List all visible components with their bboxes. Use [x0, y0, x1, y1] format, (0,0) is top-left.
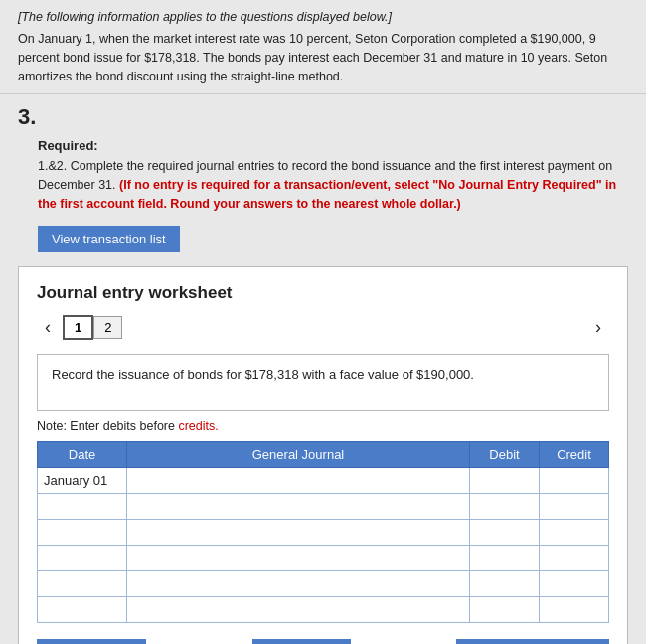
gj-input[interactable] [133, 499, 463, 514]
credit-cell[interactable] [540, 596, 609, 622]
next-arrow[interactable]: › [587, 315, 609, 340]
debit-cell[interactable] [470, 570, 540, 596]
date-input[interactable] [44, 525, 120, 540]
credit-cell[interactable] [540, 570, 609, 596]
gj-input[interactable] [133, 525, 463, 540]
description-box: Record the issuance of bonds for $178,31… [37, 354, 609, 411]
view-general-journal-button[interactable]: View general journal [456, 639, 609, 645]
main-content: 3. Required: 1.&2. Complete the required… [0, 94, 646, 644]
date-input[interactable] [44, 576, 120, 591]
date-cell[interactable] [38, 493, 127, 519]
credit-input[interactable] [546, 576, 602, 591]
credit-input[interactable] [546, 551, 602, 565]
worksheet-title: Journal entry worksheet [37, 283, 609, 303]
gj-cell[interactable] [127, 545, 470, 570]
gj-cell[interactable] [127, 596, 470, 622]
bottom-buttons: Record entry Clear entry View general jo… [37, 639, 609, 645]
gj-cell[interactable] [127, 493, 470, 519]
question-number: 3. [18, 104, 628, 130]
italic-info-line: [The following information applies to th… [18, 10, 628, 24]
debit-cell[interactable] [470, 596, 540, 622]
gj-input[interactable] [133, 551, 463, 565]
col-debit: Debit [470, 441, 540, 467]
debit-input[interactable] [476, 551, 533, 565]
required-title: Required: [38, 138, 628, 153]
view-transaction-button[interactable]: View transaction list [38, 226, 180, 252]
credit-cell[interactable] [540, 493, 609, 519]
record-entry-button[interactable]: Record entry [37, 639, 146, 645]
table-row [38, 493, 609, 519]
table-row [38, 596, 609, 622]
credit-cell[interactable] [540, 467, 609, 493]
tab-2[interactable]: 2 [93, 316, 122, 339]
col-credit: Credit [540, 441, 609, 467]
debit-input[interactable] [476, 473, 533, 488]
clear-entry-button[interactable]: Clear entry [252, 639, 352, 645]
date-input[interactable] [44, 551, 120, 565]
date-cell[interactable] [38, 545, 127, 570]
date-cell[interactable] [38, 519, 127, 545]
debit-input[interactable] [476, 576, 533, 591]
required-text: 1.&2. Complete the required journal entr… [38, 157, 628, 213]
date-cell[interactable] [38, 596, 127, 622]
col-date: Date [38, 441, 127, 467]
debit-cell[interactable] [470, 493, 540, 519]
gj-cell[interactable] [127, 570, 470, 596]
date-input[interactable] [44, 499, 120, 514]
gj-cell[interactable] [127, 519, 470, 545]
table-row [38, 570, 609, 596]
credit-input[interactable] [546, 473, 602, 488]
credit-cell[interactable] [540, 545, 609, 570]
worksheet-card: Journal entry worksheet ‹ 1 2 › Record t… [18, 266, 628, 645]
body-text: On January 1, when the market interest r… [18, 30, 628, 85]
table-row: January 01 [38, 467, 609, 493]
credit-input[interactable] [546, 499, 602, 514]
prev-arrow[interactable]: ‹ [37, 315, 59, 340]
journal-table: Date General Journal Debit Credit Januar… [37, 441, 609, 623]
debit-input[interactable] [476, 499, 533, 514]
date-cell: January 01 [38, 467, 127, 493]
credit-input[interactable] [546, 602, 602, 617]
debit-input[interactable] [476, 525, 533, 540]
table-row [38, 519, 609, 545]
required-section: Required: 1.&2. Complete the required jo… [38, 138, 628, 213]
note-text: Note: Enter debits before credits. [37, 419, 609, 433]
gj-input[interactable] [133, 473, 463, 488]
credit-input[interactable] [546, 525, 602, 540]
gj-input[interactable] [133, 602, 463, 617]
tab-1[interactable]: 1 [63, 315, 93, 340]
debit-cell[interactable] [470, 467, 540, 493]
gj-input[interactable] [133, 576, 463, 591]
top-info-section: [The following information applies to th… [0, 0, 646, 94]
note-suffix: credits. [178, 419, 218, 433]
nav-row: ‹ 1 2 › [37, 315, 609, 340]
page-wrapper: [The following information applies to th… [0, 0, 646, 644]
table-row [38, 545, 609, 570]
debit-input[interactable] [476, 602, 533, 617]
debit-cell[interactable] [470, 519, 540, 545]
required-line2-red: (If no entry is required for a transacti… [38, 178, 616, 211]
credit-cell[interactable] [540, 519, 609, 545]
debit-cell[interactable] [470, 545, 540, 570]
note-prefix: Note: Enter debits before [37, 419, 178, 433]
date-input[interactable] [44, 602, 120, 617]
date-cell[interactable] [38, 570, 127, 596]
gj-cell[interactable] [127, 467, 470, 493]
col-general-journal: General Journal [127, 441, 470, 467]
